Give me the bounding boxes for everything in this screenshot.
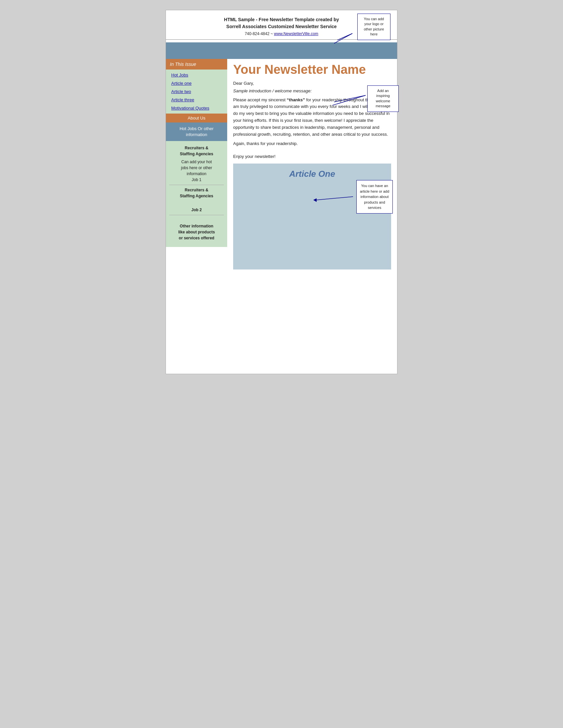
content-area: Add an inspiring welcome message Your Ne…: [227, 59, 397, 273]
header: HTML Sample - Free Newsletter Template c…: [166, 10, 397, 39]
thanks-text: Again, thanks for your readership.: [233, 141, 391, 146]
svg-marker-5: [313, 198, 317, 202]
sidebar-nav: Hot Jobs Article one Article two Article…: [166, 70, 227, 114]
header-title-line1: HTML Sample - Free Newsletter Template c…: [224, 17, 339, 22]
welcome-annotation-text: Add an inspiring welcome message: [376, 89, 391, 108]
logo-annotation-box: You can add your logo or other picture h…: [357, 14, 391, 40]
header-title-line2: Sorrell Associates Customized Newsletter…: [226, 24, 337, 29]
sidebar-divider-1: [169, 185, 224, 185]
main-layout: In This Issue Hot Jobs Article one Artic…: [166, 59, 397, 273]
sidebar-about-us: About Us: [166, 114, 227, 122]
header-contact-phone: 740-824-4842 ~: [245, 31, 274, 36]
enjoy-text: Enjoy your newsletter!: [233, 154, 391, 159]
svg-line-4: [317, 197, 353, 200]
article-annotation-text: You can have an article here or add info…: [360, 184, 390, 210]
welcome-annotation-box: Add an inspiring welcome message: [367, 85, 399, 112]
article-one-section: Article One You can have an article here…: [233, 164, 391, 269]
article-annotation-box: You can have an article here or add info…: [356, 180, 393, 214]
sidebar-section-1: Recruiters &Staffing Agencies Can add yo…: [166, 141, 227, 247]
sidebar-nav-article-two[interactable]: Article two: [166, 87, 227, 96]
sidebar-in-this-issue: In This Issue: [166, 59, 227, 70]
logo-annotation-text: You can add your logo or other picture h…: [364, 17, 384, 36]
article-arrow-svg: [313, 190, 356, 207]
greeting: Dear Gary,: [233, 81, 391, 86]
newsletter-title: Your Newsletter Name: [233, 62, 391, 77]
sidebar-nav-article-one[interactable]: Article one: [166, 79, 227, 87]
sidebar-hotjobs-info: Can add your hotjobs here or otherinform…: [169, 159, 224, 183]
header-website-link[interactable]: www.NewsletterVille.com: [274, 31, 318, 36]
sidebar-divider-2: [169, 215, 224, 215]
sidebar-hotjobs-header-text: Hot Jobs Or other information: [179, 126, 213, 137]
sidebar-hotjobs-header: Hot Jobs Or other information: [166, 122, 227, 141]
sidebar-other-info: Other informationlike about productsor s…: [169, 217, 224, 241]
sidebar-job-2: Job 2: [169, 201, 224, 213]
sidebar-nav-article-three[interactable]: Article three: [166, 96, 227, 104]
sidebar-nav-hot-jobs[interactable]: Hot Jobs: [166, 71, 227, 79]
newsletter-page: HTML Sample - Free Newsletter Template c…: [165, 10, 398, 374]
sidebar-recruiters-1: Recruiters &Staffing Agencies: [169, 145, 224, 157]
sidebar-recruiters-2: Recruiters &Staffing Agencies: [169, 187, 224, 199]
sidebar-nav-motivational-quotes[interactable]: Motivational Quotes: [166, 104, 227, 112]
sidebar: In This Issue Hot Jobs Article one Artic…: [166, 59, 227, 273]
article-one-title: Article One: [240, 169, 385, 179]
blue-banner: [166, 42, 397, 59]
